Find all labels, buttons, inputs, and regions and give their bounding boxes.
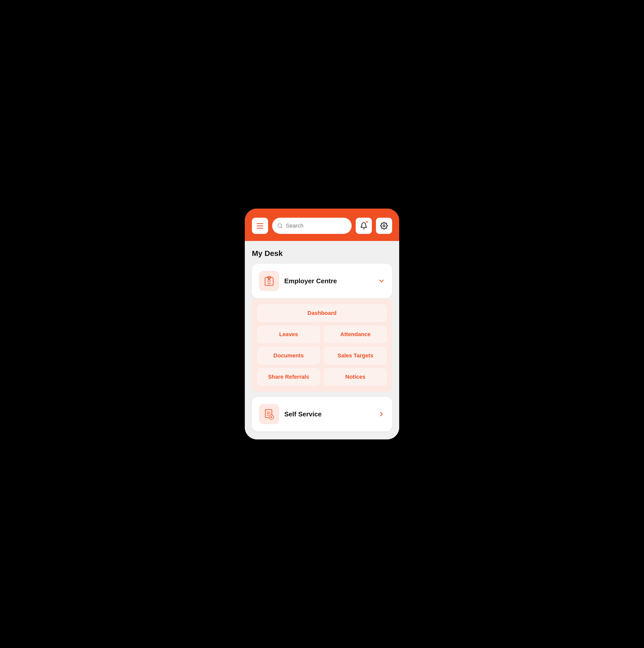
settings-button[interactable] [376,218,392,234]
self-service-card[interactable]: Self Service [252,397,392,431]
page-title: My Desk [252,249,392,258]
self-service-icon [264,409,275,420]
chevron-down-icon[interactable] [378,277,385,284]
svg-point-5 [268,280,270,282]
documents-button[interactable]: Documents [257,347,320,365]
header [245,209,399,241]
search-icon [277,223,283,228]
menu-button[interactable] [252,218,268,234]
gear-icon [380,222,388,230]
main-content: My Desk Employer Centre [245,241,399,439]
notification-button[interactable] [356,218,372,234]
attendance-button[interactable]: Attendance [324,326,387,343]
sales-targets-button[interactable]: Sales Targets [324,347,387,365]
notices-button[interactable]: Notices [324,368,387,386]
self-service-icon-wrap [259,404,279,424]
leaves-button[interactable]: Leaves [257,326,320,343]
submenu-grid: Dashboard Leaves Attendance Documents [257,304,387,386]
hamburger-icon [257,223,263,228]
notification-badge [366,221,368,223]
submenu-row-1: Leaves Attendance [257,326,387,343]
svg-point-2 [383,225,385,227]
chevron-right-icon[interactable] [378,411,385,418]
employer-submenu: Dashboard Leaves Attendance Documents [252,299,392,392]
employer-icon-wrap [259,271,279,291]
submenu-row-2: Documents Sales Targets [257,347,387,365]
self-service-label: Self Service [284,410,373,418]
employer-centre-label: Employer Centre [284,277,373,285]
share-referrals-button[interactable]: Share Referrals [257,368,320,386]
id-badge-icon [264,275,275,286]
svg-line-1 [281,227,282,228]
search-bar [272,218,352,234]
phone-container: My Desk Employer Centre [245,209,399,439]
search-input[interactable] [286,222,346,229]
submenu-row-3: Share Referrals Notices [257,368,387,386]
dashboard-button[interactable]: Dashboard [257,304,387,322]
employer-centre-card[interactable]: Employer Centre [252,264,392,298]
